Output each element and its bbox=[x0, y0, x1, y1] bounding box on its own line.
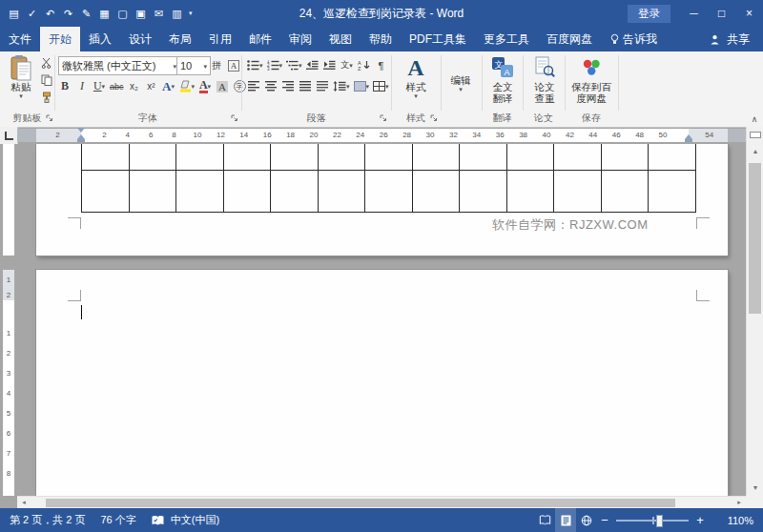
font-dialog-launcher-icon[interactable] bbox=[229, 113, 239, 123]
tab-4[interactable]: 布局 bbox=[160, 27, 200, 51]
tab-2[interactable]: 插入 bbox=[80, 27, 120, 51]
paper-check-button[interactable]: 论文查重 bbox=[526, 54, 564, 112]
table-cell[interactable] bbox=[81, 171, 129, 212]
table-cell[interactable] bbox=[364, 171, 412, 212]
redo-icon[interactable]: ↷ bbox=[60, 5, 76, 22]
tab-10[interactable]: PDF工具集 bbox=[401, 27, 475, 51]
tab-3[interactable]: 设计 bbox=[120, 27, 160, 51]
right-indent-marker[interactable] bbox=[685, 134, 692, 142]
font-color-icon[interactable]: A▾ bbox=[196, 78, 214, 95]
table-cell[interactable] bbox=[318, 144, 365, 170]
shading-icon[interactable]: ▾ bbox=[352, 78, 372, 95]
tab-11[interactable]: 更多工具 bbox=[475, 27, 538, 51]
table-cell[interactable] bbox=[459, 144, 506, 170]
font-name-select[interactable]: 微软雅黑 (中文正文)▾ bbox=[58, 56, 180, 75]
print-icon[interactable]: ▥ bbox=[169, 5, 185, 22]
font-size-select[interactable]: 10▾ bbox=[176, 56, 211, 75]
zoom-in-button[interactable]: + bbox=[692, 513, 708, 527]
table-cell[interactable] bbox=[648, 144, 696, 170]
open-icon[interactable]: ▣ bbox=[133, 5, 149, 22]
table-icon[interactable]: ▦ bbox=[96, 5, 113, 22]
align-left-icon[interactable] bbox=[245, 78, 262, 95]
table-cell[interactable] bbox=[553, 144, 601, 170]
table-cell[interactable] bbox=[175, 171, 223, 212]
table-cell[interactable] bbox=[648, 171, 696, 212]
proofing-icon[interactable] bbox=[148, 508, 169, 532]
tab-home[interactable]: 开始 bbox=[40, 27, 80, 51]
scroll-right-icon[interactable]: ▸ bbox=[732, 497, 746, 508]
close-button[interactable]: × bbox=[735, 0, 763, 27]
table-cell[interactable] bbox=[553, 171, 601, 212]
print-layout-icon[interactable] bbox=[555, 508, 576, 532]
page-indicator[interactable]: 第 2 页，共 2 页 bbox=[10, 513, 85, 527]
tab-8[interactable]: 视图 bbox=[320, 27, 361, 51]
first-line-indent-marker[interactable] bbox=[77, 128, 85, 133]
line-spacing-icon[interactable]: ▾ bbox=[331, 78, 352, 95]
align-center-icon[interactable] bbox=[262, 78, 279, 95]
horizontal-scroll-thumb[interactable] bbox=[46, 499, 675, 507]
hanging-indent-marker[interactable] bbox=[77, 134, 85, 142]
tab-tell-me[interactable]: 告诉我 bbox=[601, 27, 666, 51]
table-cell[interactable] bbox=[412, 144, 460, 170]
horizontal-scrollbar[interactable]: ◂ ▸ bbox=[17, 496, 746, 509]
zoom-slider-thumb[interactable] bbox=[656, 515, 663, 527]
superscript-icon[interactable]: x² bbox=[143, 78, 160, 95]
highlight-color-icon[interactable]: ▾ bbox=[177, 78, 197, 95]
bold-icon[interactable]: B bbox=[56, 78, 73, 95]
document-table[interactable] bbox=[81, 144, 696, 213]
paragraph-dialog-launcher-icon[interactable] bbox=[378, 113, 388, 123]
spelling-icon[interactable]: ✓ bbox=[24, 5, 40, 22]
editing-button[interactable]: 编辑▾ bbox=[443, 54, 479, 112]
table-cell[interactable] bbox=[223, 171, 271, 212]
table-cell[interactable] bbox=[175, 144, 223, 170]
draw-table-icon[interactable]: ✎ bbox=[78, 5, 94, 22]
character-shading-icon[interactable]: A bbox=[214, 78, 231, 95]
table-cell[interactable] bbox=[129, 171, 176, 212]
increase-indent-icon[interactable] bbox=[321, 57, 339, 74]
character-border-icon[interactable]: A bbox=[225, 57, 242, 74]
word-count[interactable]: 76 个字 bbox=[100, 513, 135, 527]
undo-icon[interactable]: ↶ bbox=[42, 5, 58, 22]
email-icon[interactable]: ✉ bbox=[151, 5, 167, 22]
page-2[interactable] bbox=[36, 270, 728, 496]
read-mode-icon[interactable] bbox=[534, 508, 555, 532]
full-text-translate-button[interactable]: 文A 全文翻译 bbox=[485, 54, 521, 112]
share-button[interactable]: 共享 bbox=[701, 27, 763, 51]
sort-icon[interactable]: AZ bbox=[356, 57, 373, 74]
distribute-icon[interactable] bbox=[314, 78, 331, 95]
align-right-icon[interactable] bbox=[279, 78, 297, 95]
italic-icon[interactable]: I bbox=[73, 78, 91, 95]
table-cell[interactable] bbox=[601, 144, 649, 170]
subscript-icon[interactable]: x₂ bbox=[126, 78, 143, 95]
zoom-level[interactable]: 110% bbox=[711, 515, 753, 526]
strikethrough-icon[interactable]: abc bbox=[108, 78, 126, 95]
table-cell[interactable] bbox=[412, 171, 460, 212]
table-cell[interactable] bbox=[270, 144, 318, 170]
save-icon[interactable]: ▤ bbox=[6, 5, 22, 22]
table-cell[interactable] bbox=[81, 144, 129, 170]
language-indicator[interactable]: 中文(中国) bbox=[171, 513, 219, 527]
tab-file[interactable]: 文件 bbox=[0, 27, 40, 51]
vertical-scroll-thumb[interactable] bbox=[749, 163, 761, 314]
maximize-button[interactable]: □ bbox=[708, 0, 735, 27]
horizontal-ruler[interactable]: 2246810121416182022242628303234363840424… bbox=[17, 129, 746, 142]
zoom-slider[interactable] bbox=[612, 508, 692, 532]
clipboard-dialog-launcher-icon[interactable] bbox=[44, 113, 54, 123]
collapse-ribbon-icon[interactable]: ∧ bbox=[746, 112, 763, 126]
cut-icon[interactable] bbox=[38, 55, 55, 71]
borders-icon[interactable]: ▾ bbox=[371, 78, 391, 95]
vertical-ruler[interactable]: 1212345678 bbox=[0, 144, 17, 496]
phonetic-guide-icon[interactable]: 拼 bbox=[208, 57, 225, 74]
minimize-button[interactable]: ─ bbox=[680, 0, 708, 27]
asian-layout-icon[interactable]: 文▾ bbox=[339, 57, 356, 74]
table-cell[interactable] bbox=[506, 144, 554, 170]
scroll-left-icon[interactable]: ◂ bbox=[17, 497, 31, 508]
login-button[interactable]: 登录 bbox=[628, 5, 670, 23]
format-painter-icon[interactable] bbox=[38, 90, 55, 105]
save-to-baidu-button[interactable]: 保存到百度网盘 bbox=[567, 54, 616, 112]
table-cell[interactable] bbox=[601, 171, 649, 212]
tab-7[interactable]: 审阅 bbox=[280, 27, 320, 51]
table-cell[interactable] bbox=[506, 171, 554, 212]
tab-stop-selector[interactable] bbox=[0, 127, 18, 145]
tab-5[interactable]: 引用 bbox=[200, 27, 240, 51]
